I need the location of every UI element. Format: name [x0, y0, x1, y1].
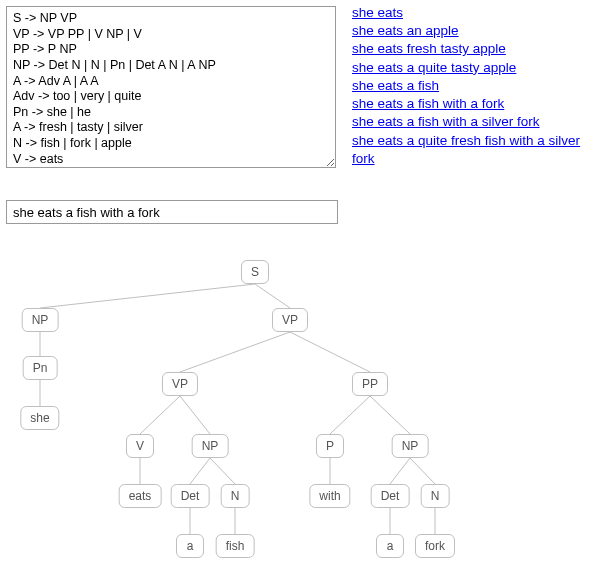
tree-node: with: [309, 484, 350, 508]
tree-node: NP: [192, 434, 229, 458]
example-list: she eats she eats an apple she eats fres…: [352, 4, 592, 168]
svg-line-7: [180, 396, 210, 434]
tree-node: Det: [371, 484, 410, 508]
tree-node: a: [176, 534, 204, 558]
example-link[interactable]: she eats fresh tasty apple: [352, 40, 592, 58]
example-link[interactable]: she eats a fish: [352, 77, 592, 95]
grammar-textarea[interactable]: [6, 6, 336, 168]
example-link[interactable]: she eats: [352, 4, 592, 22]
tree-node: NP: [392, 434, 429, 458]
tree-node: V: [126, 434, 154, 458]
example-link[interactable]: she eats a fish with a fork: [352, 95, 592, 113]
svg-line-1: [255, 284, 290, 308]
svg-line-17: [410, 458, 435, 484]
svg-line-14: [370, 396, 410, 434]
tree-node: P: [316, 434, 344, 458]
tree-node: VP: [162, 372, 198, 396]
tree-node: N: [221, 484, 250, 508]
example-link[interactable]: she eats an apple: [352, 22, 592, 40]
tree-node: fork: [415, 534, 455, 558]
tree-node: S: [241, 260, 269, 284]
tree-node: NP: [22, 308, 59, 332]
tree-node: Pn: [23, 356, 58, 380]
tree-node: PP: [352, 372, 388, 396]
svg-line-13: [330, 396, 370, 434]
tree-node: eats: [119, 484, 162, 508]
tree-node: a: [376, 534, 404, 558]
sentence-input[interactable]: [6, 200, 338, 224]
svg-line-16: [390, 458, 410, 484]
tree-node: N: [421, 484, 450, 508]
tree-node: VP: [272, 308, 308, 332]
tree-edges: [0, 248, 599, 582]
example-link[interactable]: she eats a quite fresh fish with a silve…: [352, 132, 592, 168]
svg-line-10: [210, 458, 235, 484]
svg-line-0: [40, 284, 255, 308]
example-link[interactable]: she eats a quite tasty apple: [352, 59, 592, 77]
page-root: she eats she eats an apple she eats fres…: [0, 0, 599, 582]
svg-line-4: [180, 332, 290, 372]
svg-line-6: [140, 396, 180, 434]
svg-line-9: [190, 458, 210, 484]
tree-node: Det: [171, 484, 210, 508]
tree-node: fish: [216, 534, 255, 558]
parse-tree: SNPVPPnVPPPsheVNPPNPeatsDetNwithDetNafis…: [0, 248, 599, 582]
tree-node: she: [20, 406, 59, 430]
svg-line-5: [290, 332, 370, 372]
example-link[interactable]: she eats a fish with a silver fork: [352, 113, 592, 131]
